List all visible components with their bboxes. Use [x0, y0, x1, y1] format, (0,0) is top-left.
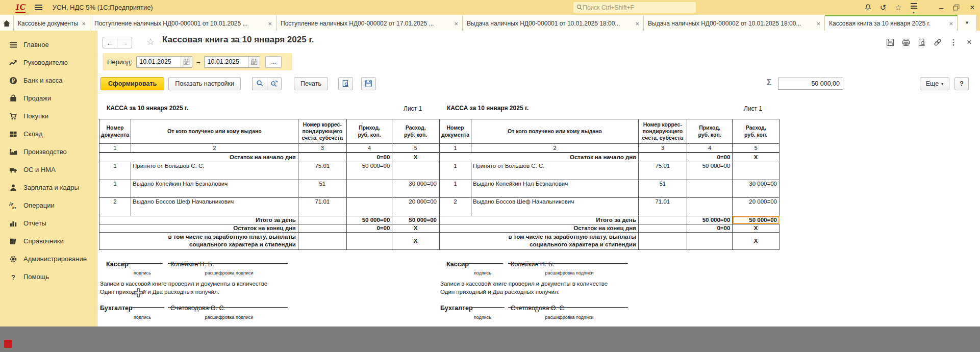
cell-counterparty[interactable]: Принято от Большов С. С. [471, 162, 638, 180]
cell-account[interactable]: 51 [638, 180, 687, 198]
sidebar-item-1[interactable]: Главное [0, 36, 97, 54]
cell-doc-number[interactable]: 1 [99, 162, 131, 180]
sidebar-item-13[interactable]: Администрирование [0, 250, 97, 268]
tab-5[interactable]: Выдача наличных НД00-000002 от 10.01.202… [644, 15, 825, 31]
tab-overflow-button[interactable]: ▾ [958, 15, 977, 31]
date-from-field[interactable] [136, 56, 192, 68]
cell-income[interactable]: 0=00 [346, 224, 392, 232]
cell-account[interactable]: 75.01 [298, 162, 346, 180]
sidebar-item-10[interactable]: ДтКтОперации [0, 196, 97, 214]
sidebar-item-5[interactable]: Покупки [0, 107, 97, 125]
cell-account[interactable]: 71.01 [298, 198, 346, 216]
cell-income[interactable]: 50 000=00 [687, 162, 733, 180]
save-icon[interactable] [886, 38, 895, 47]
sidebar-item-4[interactable]: Продажи [0, 89, 97, 107]
history-icon[interactable]: ↺ [876, 0, 890, 15]
cell-income[interactable]: 50 000=00 [346, 216, 392, 224]
forward-button[interactable]: → [117, 37, 132, 48]
tab-4[interactable]: Выдача наличных НД00-000001 от 10.01.202… [463, 15, 644, 31]
minimize-icon[interactable]: – [935, 0, 948, 15]
sidebar-item-8[interactable]: ОС и НМА [0, 161, 97, 179]
cell-income[interactable] [687, 198, 733, 216]
cell-account[interactable] [638, 232, 687, 249]
date-from-input[interactable] [137, 57, 181, 67]
tab-close-icon[interactable]: × [268, 20, 272, 28]
cell-row-label[interactable]: в том числе на заработную плату, выплаты… [440, 232, 639, 249]
more-button[interactable]: Еще▾ [920, 77, 949, 90]
cell-expense[interactable]: 50 000=00 [392, 216, 439, 224]
cell-expense[interactable]: X [733, 232, 780, 249]
cell-row-label[interactable]: Остаток на конец дня [99, 224, 298, 232]
cashbook-table[interactable]: НомердокументаОт кого получено или кому … [439, 119, 780, 250]
cell-account[interactable]: 51 [298, 180, 346, 198]
calendar-icon[interactable] [181, 57, 192, 67]
cell-income[interactable] [346, 180, 392, 198]
search-input[interactable] [583, 4, 693, 11]
print-icon[interactable] [901, 38, 911, 47]
sidebar-item-12[interactable]: Справочники [0, 232, 97, 250]
tab-close-icon[interactable]: × [816, 20, 820, 28]
notifications-bell-icon[interactable] [861, 0, 874, 15]
cell-income[interactable] [687, 232, 733, 249]
print-preview-button[interactable] [338, 77, 353, 90]
save-report-button[interactable] [361, 77, 376, 90]
cell-account[interactable] [298, 224, 346, 232]
cell-expense[interactable]: 20 000=00 [392, 198, 439, 216]
sum-total-input[interactable] [778, 78, 843, 89]
cell-row-label[interactable]: Остаток на начало дня [99, 153, 298, 162]
cashbook-table[interactable]: НомердокументаОт кого получено или кому … [99, 119, 439, 250]
cell-expense[interactable]: X [733, 224, 780, 232]
cell-account[interactable] [298, 216, 346, 224]
cell-row-label[interactable]: в том числе на заработную плату, выплаты… [99, 232, 298, 249]
tab-close-icon[interactable]: × [635, 20, 639, 28]
cell-income[interactable]: 0=00 [346, 153, 392, 162]
more-actions-kebab-icon[interactable]: ⋮ [949, 38, 958, 47]
back-button[interactable]: ← [103, 37, 117, 48]
sidebar-item-3[interactable]: ₽Банк и касса [0, 71, 97, 89]
cell-doc-number[interactable]: 1 [440, 180, 471, 198]
sidebar-item-9[interactable]: Зарплата и кадры [0, 179, 97, 196]
close-tab-icon[interactable]: × [965, 38, 974, 47]
cell-counterparty[interactable]: Принято от Большов С. С. [131, 162, 298, 180]
main-menu-icon[interactable] [35, 4, 42, 12]
cell-income[interactable] [346, 232, 392, 249]
cell-expense[interactable]: X [392, 153, 439, 162]
sidebar-item-2[interactable]: Руководителю [0, 54, 97, 71]
cell-expense[interactable]: X [733, 153, 780, 162]
cell-counterparty[interactable]: Выдано Боссов Шеф Начальникович [471, 198, 638, 216]
cell-doc-number[interactable]: 1 [440, 162, 471, 180]
service-menu-icon[interactable]: ▾ [907, 0, 920, 15]
date-to-field[interactable] [204, 56, 260, 68]
print-button[interactable]: Печать [294, 77, 328, 90]
tab-6[interactable]: Кассовая книга за 10 января 2025 г.× [825, 15, 958, 31]
tab-close-icon[interactable]: × [454, 20, 458, 28]
cell-counterparty[interactable]: Выдано Боссов Шеф Начальникович [131, 198, 298, 216]
cell-income[interactable] [346, 198, 392, 216]
cell-expense[interactable]: X [392, 232, 439, 249]
tab-3[interactable]: Поступление наличных НД00-000002 от 17.0… [277, 15, 463, 31]
add-favorite-star-icon[interactable]: ☆ [146, 36, 155, 47]
cell-doc-number[interactable]: 2 [440, 198, 471, 216]
cell-account[interactable] [298, 232, 346, 249]
cell-expense[interactable]: 20 000=00 [733, 198, 780, 216]
sum-total-field[interactable] [778, 78, 843, 90]
cell-doc-number[interactable]: 2 [99, 198, 131, 216]
cell-expense[interactable]: 30 000=00 [733, 180, 780, 198]
cell-expense[interactable]: X [392, 224, 439, 232]
calendar-icon[interactable] [248, 57, 260, 67]
cell-income[interactable] [687, 180, 733, 198]
cell-expense[interactable] [733, 162, 780, 180]
find-button[interactable] [252, 77, 267, 90]
help-button[interactable]: ? [954, 77, 969, 90]
preview-icon[interactable] [917, 38, 926, 47]
tab-close-icon[interactable]: × [949, 20, 953, 28]
cell-counterparty[interactable]: Выдано Копейкин Нал Безналович [471, 180, 638, 198]
sidebar-item-6[interactable]: Склад [0, 125, 97, 143]
global-search[interactable] [573, 2, 696, 13]
cell-expense[interactable]: 50 000=00 [733, 216, 780, 224]
cell-row-label[interactable]: Остаток на начало дня [440, 153, 639, 162]
tab-home[interactable] [0, 15, 14, 31]
cell-income[interactable]: 50 000=00 [346, 162, 392, 180]
cell-account[interactable] [298, 153, 346, 162]
period-more-button[interactable]: ... [265, 56, 282, 68]
